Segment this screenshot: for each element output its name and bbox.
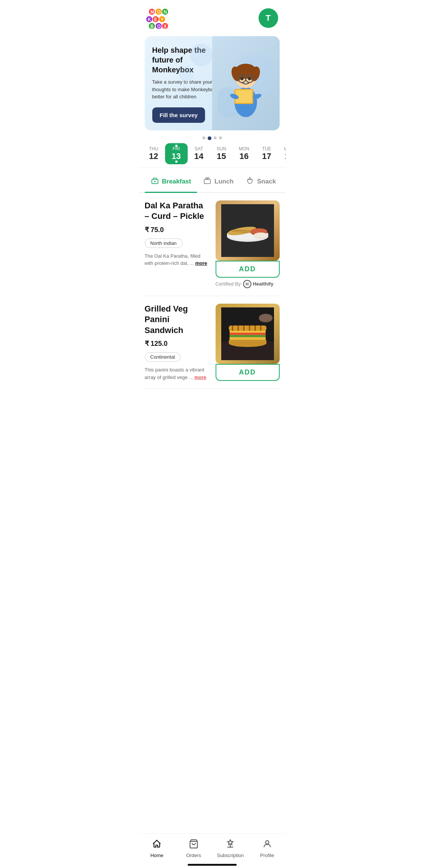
food-item-panini: Grilled Veg Panini Sandwich ₹ 125.0 Cont… [145, 304, 280, 389]
food-list: Dal Ka Paratha – Curd – Pickle ₹ 75.0 No… [139, 193, 286, 404]
svg-point-68 [265, 840, 269, 844]
orders-icon [189, 839, 199, 851]
banner-image [212, 36, 280, 130]
banner-dot-2[interactable] [208, 136, 211, 140]
breakfast-icon [151, 177, 159, 187]
snack-icon [246, 177, 254, 187]
healthify-logo: H Healthify [243, 280, 274, 288]
lunch-icon [203, 177, 211, 187]
date-sun-15[interactable]: SUN 15 [210, 143, 233, 164]
meal-tabs: Breakfast Lunch Snack [139, 171, 286, 193]
svg-point-49 [254, 232, 268, 238]
svg-text:O: O [157, 24, 161, 29]
svg-text:Y: Y [161, 17, 164, 22]
bottom-nav: Home Orders Subscription P [139, 833, 286, 868]
svg-rect-38 [204, 179, 211, 183]
profile-icon [262, 839, 272, 851]
add-button-paratha[interactable]: ADD [216, 261, 280, 278]
food-image-paratha [216, 200, 280, 261]
svg-rect-56 [230, 332, 266, 335]
food-image-panini [216, 304, 280, 364]
food-tag-panini: Continental [145, 352, 181, 362]
svg-text:N: N [164, 9, 167, 15]
food-image-wrap-panini: ADD [216, 304, 280, 381]
food-name-panini: Grilled Veg Panini Sandwich [145, 304, 210, 336]
home-indicator [188, 864, 237, 866]
dot-bottom [175, 160, 178, 163]
tab-snack[interactable]: Snack [240, 171, 282, 192]
tab-breakfast[interactable]: Breakfast [145, 171, 197, 192]
svg-rect-54 [230, 337, 266, 340]
food-name-paratha: Dal Ka Paratha – Curd – Pickle [145, 200, 210, 222]
banner-subtitle: Take a survey to share your thoughts to … [152, 78, 218, 101]
nav-profile-label: Profile [260, 853, 274, 858]
more-link-paratha[interactable]: more [195, 260, 207, 266]
svg-rect-53 [229, 339, 266, 344]
nav-home-label: Home [150, 853, 164, 858]
app-header: M O N K E Y B O X T [139, 0, 286, 36]
svg-point-30 [248, 77, 251, 80]
nav-orders-label: Orders [186, 853, 201, 858]
banner-dot-3[interactable] [214, 136, 217, 139]
svg-text:K: K [148, 17, 151, 22]
banner-dot-1[interactable] [202, 136, 205, 139]
nav-home[interactable]: Home [139, 837, 176, 860]
date-sat-14[interactable]: SAT 14 [188, 143, 210, 164]
survey-banner: Help shape the future of Monkeybox Take … [145, 36, 280, 130]
food-desc-paratha: The Dal Ka Paratha, filled with protein-… [145, 252, 210, 267]
dot-top [175, 145, 178, 147]
svg-text:E: E [154, 17, 157, 22]
food-price-panini: ₹ 125.0 [145, 339, 210, 348]
svg-point-66 [259, 314, 272, 321]
food-info-panini: Grilled Veg Panini Sandwich ₹ 125.0 Cont… [145, 304, 210, 381]
tab-lunch-label: Lunch [214, 178, 234, 185]
food-image-wrap-paratha: ADD Certified By H Healthify [216, 200, 280, 288]
svg-text:O: O [157, 9, 161, 15]
food-tag-paratha: North indian [145, 238, 182, 248]
avatar[interactable]: T [259, 8, 278, 28]
food-price-paratha: ₹ 75.0 [145, 226, 210, 234]
healthify-circle: H [243, 280, 251, 288]
add-button-panini[interactable]: ADD [216, 364, 280, 381]
date-tue-17[interactable]: TUE 17 [256, 143, 278, 164]
svg-text:B: B [150, 24, 154, 29]
date-thu-12[interactable]: THU 12 [142, 143, 165, 164]
tab-breakfast-label: Breakfast [162, 178, 191, 185]
svg-rect-55 [230, 335, 266, 337]
tab-lunch[interactable]: Lunch [197, 171, 240, 192]
certified-by-label: Certified By [216, 281, 241, 287]
date-mon-16[interactable]: MON 16 [233, 143, 256, 164]
banner-dot-4[interactable] [219, 136, 222, 139]
banner-dots [139, 136, 286, 140]
tab-snack-label: Snack [257, 178, 276, 185]
home-icon [152, 839, 162, 851]
food-item-paratha: Dal Ka Paratha – Curd – Pickle ₹ 75.0 No… [145, 200, 280, 296]
date-selector: THU 12 FRI 13 SAT 14 SUN 15 MON 16 TUE 1… [139, 140, 286, 168]
certified-row-paratha: Certified By H Healthify [216, 280, 280, 288]
svg-text:M: M [150, 9, 154, 15]
nav-subscription[interactable]: Subscription [212, 837, 249, 860]
nav-orders[interactable]: Orders [175, 837, 212, 860]
nav-profile[interactable]: Profile [249, 837, 286, 860]
date-wed-18[interactable]: WED 18 [278, 143, 286, 164]
food-desc-panini: This panini boasts a vibrant array of gr… [145, 366, 210, 381]
svg-point-25 [235, 64, 256, 79]
fill-survey-button[interactable]: Fill the survey [152, 107, 205, 123]
app-logo: M O N K E Y B O X [146, 6, 169, 30]
date-fri-13[interactable]: FRI 13 [165, 143, 188, 164]
more-link-panini[interactable]: more [194, 374, 207, 380]
food-info-paratha: Dal Ka Paratha – Curd – Pickle ₹ 75.0 No… [145, 200, 210, 288]
svg-text:X: X [164, 24, 167, 29]
svg-point-29 [240, 77, 243, 80]
nav-subscription-label: Subscription [217, 853, 244, 858]
subscription-icon [225, 839, 235, 851]
